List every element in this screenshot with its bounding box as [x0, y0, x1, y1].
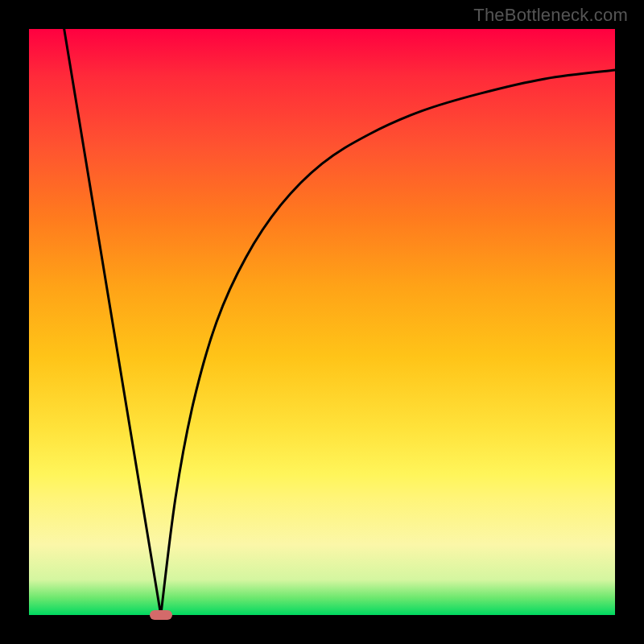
plot-area	[29, 29, 615, 615]
optimum-marker	[150, 610, 172, 620]
curve-path	[64, 29, 615, 615]
attribution-text: TheBottleneck.com	[473, 5, 628, 26]
bottleneck-curve	[29, 29, 615, 615]
chart-frame: TheBottleneck.com	[0, 0, 644, 644]
